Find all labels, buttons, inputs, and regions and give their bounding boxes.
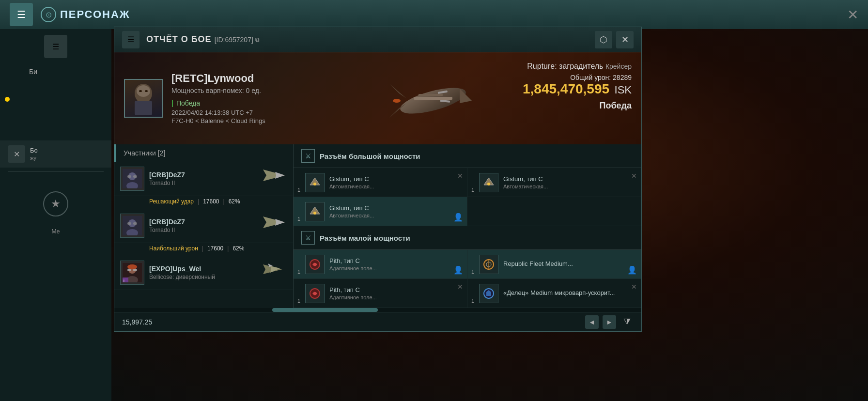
- svg-text:i: i: [124, 278, 124, 282]
- module-low-4[interactable]: 1 «Делец» Medium микроварп-ускорит... ✕: [467, 279, 641, 308]
- participant-2-role: Наибольший урон: [149, 245, 198, 252]
- ship-name: Rupture: заградитель: [527, 62, 603, 70]
- battle-report-dialog: ☰ ОТЧЁТ О БОЕ [ID:6957207] ⧉ ⬡ ✕ [: [114, 27, 642, 332]
- sidebar-me-label: Ме: [0, 228, 111, 235]
- module-high-3-person-icon: 👤: [453, 213, 463, 222]
- participant-1-percent: 62%: [229, 198, 240, 205]
- participants-panel: Участники [2] [: [114, 144, 294, 308]
- module-high-3-info: Gistum, тип C Автоматическая...: [329, 204, 374, 218]
- svg-rect-2: [135, 101, 152, 115]
- app-close-button[interactable]: ✕: [847, 7, 858, 23]
- module-high-1-close[interactable]: ✕: [457, 172, 463, 180]
- module-high-2[interactable]: 1 Gistum, тип C Автоматическая... ✕: [467, 168, 641, 197]
- module-high-3-icon: [305, 202, 325, 221]
- participant-2-stats: Наибольший урон | 17600 | 62%: [114, 243, 293, 256]
- module-high-2-info: Gistum, тип C Автоматическая...: [503, 175, 548, 189]
- horizontal-scrollbar[interactable]: [114, 308, 641, 312]
- svg-marker-27: [275, 219, 285, 226]
- low-power-header: ⚔ Разъём малой мощности: [294, 226, 641, 250]
- dialog-header: ☰ ОТЧЁТ О БОЕ [ID:6957207] ⧉ ⬡ ✕: [114, 27, 641, 52]
- svg-rect-32: [133, 269, 137, 271]
- filter-button[interactable]: ⧩: [620, 315, 634, 329]
- svg-rect-11: [418, 94, 443, 96]
- menu-button[interactable]: ☰: [10, 3, 33, 26]
- dialog-menu-button[interactable]: ☰: [122, 31, 140, 48]
- module-low-3-info: Pith, тип C Адаптивное поле...: [329, 286, 377, 300]
- module-high-1[interactable]: 1 Gistum, тип C Автоматическая... ✕: [294, 168, 467, 197]
- module-low-3-icon: [305, 284, 325, 303]
- total-damage: Общий урон: 28289: [523, 74, 632, 81]
- module-low-1-icon: [305, 255, 325, 274]
- high-power-title: Разъём большой мощности: [320, 152, 420, 160]
- svg-rect-25: [133, 222, 137, 225]
- svg-rect-31: [127, 269, 131, 271]
- isk-amount: 1,845,470,595: [523, 81, 609, 96]
- high-power-modules: 1 Gistum, тип C Автоматическая... ✕: [294, 168, 641, 226]
- participant-1-row[interactable]: [CRB]DeZ7 Tornado II: [114, 162, 293, 196]
- participant-2-row[interactable]: [CRB]DeZ7 Tornado II: [114, 209, 293, 243]
- module-low-2-person-icon: 👤: [627, 265, 637, 275]
- svg-point-40: [313, 183, 316, 185]
- dialog-header-buttons: ⬡ ✕: [595, 31, 634, 48]
- scrollbar-thumb[interactable]: [272, 308, 378, 312]
- participant-1-stats: Решающий удар | 17600 | 62%: [114, 196, 293, 209]
- svg-rect-18: [133, 175, 137, 178]
- participant-3-row[interactable]: i [EXPO]Ups_WeI Bellicose: диверсионный: [114, 256, 293, 290]
- app-title: ПЕРСОНАЖ: [60, 8, 130, 21]
- module-high-1-icon: [305, 173, 325, 192]
- sidebar-item-battle-label: Божу: [30, 147, 38, 161]
- sidebar-label: Би: [0, 68, 111, 76]
- character-icon: ⊙: [41, 7, 56, 22]
- svg-rect-24: [127, 222, 131, 225]
- module-high-3[interactable]: 1 Gistum, тип C Автоматическая... 👤: [294, 197, 467, 226]
- high-power-header: ⚔ Разъём большой мощности: [294, 144, 641, 168]
- module-low-4-close[interactable]: ✕: [631, 283, 637, 291]
- module-low-3[interactable]: 1 Pith, тип C Адаптивное поле... ✕: [294, 279, 467, 308]
- svg-point-3: [139, 90, 142, 92]
- module-low-2[interactable]: 1 Republic Fleet Medium... 👤: [467, 250, 641, 279]
- export-button[interactable]: ⬡: [595, 31, 612, 48]
- participant-item-3: i [EXPO]Ups_WeI Bellicose: диверсионный: [114, 256, 293, 290]
- isk-value-row: 1,845,470,595 ISK: [523, 81, 632, 97]
- dialog-title: ОТЧЁТ О БОЕ: [146, 34, 212, 45]
- svg-point-4: [145, 90, 148, 92]
- participant-3-ship-image: [259, 260, 288, 279]
- module-low-1[interactable]: 1 Pith, тип C Адаптивное поле... 👤: [294, 250, 467, 279]
- copy-icon[interactable]: ⧉: [255, 36, 260, 43]
- hero-stats: Rupture: заградитель Крейсер Общий урон:…: [523, 62, 632, 111]
- module-low-4-icon: [479, 284, 498, 303]
- hero-section: [RETC]Lynwood Мощность варп-помех: 0 ед.…: [114, 52, 641, 144]
- bottom-amount: 15,997.25: [122, 318, 152, 326]
- module-low-1-person-icon: 👤: [453, 265, 463, 275]
- svg-point-33: [127, 264, 137, 269]
- svg-rect-10: [414, 97, 452, 100]
- participant-2-avatar: [120, 214, 144, 238]
- low-power-modules: 1 Pith, тип C Адаптивное поле... 👤: [294, 250, 641, 308]
- sidebar-item-battle[interactable]: ✕ Божу: [0, 140, 111, 168]
- next-button[interactable]: ►: [603, 315, 616, 329]
- participant-1-damage: 17600: [203, 198, 219, 205]
- module-high-empty: [467, 197, 641, 226]
- sidebar: ☰ Би ✕ Божу ★ Ме: [0, 29, 111, 401]
- participant-item-2: [CRB]DeZ7 Tornado II Наибольший урон | 1…: [114, 209, 293, 256]
- module-high-2-close[interactable]: ✕: [631, 172, 637, 180]
- participants-header: Участники [2]: [114, 144, 293, 162]
- participant-1-avatar: [120, 167, 144, 191]
- top-bar: ☰ ⊙ ПЕРСОНАЖ ✕: [0, 0, 868, 29]
- prev-button[interactable]: ◄: [585, 315, 599, 329]
- participant-3-avatar: i: [120, 261, 144, 285]
- participant-item-1: [CRB]DeZ7 Tornado II Решающий удар | 176…: [114, 162, 293, 209]
- sidebar-divider: [8, 171, 104, 172]
- close-dialog-button[interactable]: ✕: [616, 31, 634, 48]
- sidebar-menu-button[interactable]: ☰: [44, 35, 67, 58]
- dialog-bottom-bar: 15,997.25 ◄ ► ⧩: [114, 312, 641, 331]
- svg-marker-20: [275, 172, 285, 179]
- module-low-3-close[interactable]: ✕: [457, 283, 463, 291]
- participant-2-damage: 17600: [207, 245, 223, 252]
- svg-point-5: [398, 83, 468, 119]
- isk-currency: ISK: [615, 84, 632, 96]
- svg-point-44: [313, 212, 316, 215]
- badge-icon: ★: [43, 191, 68, 216]
- module-high-1-info: Gistum, тип C Автоматическая...: [329, 175, 374, 189]
- module-high-2-icon: [479, 173, 498, 192]
